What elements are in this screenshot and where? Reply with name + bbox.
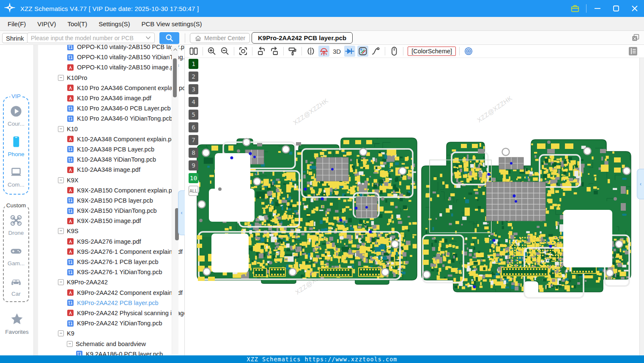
uv-lamp-icon[interactable]	[318, 46, 329, 57]
menu-tool-t[interactable]: Tool(T)	[68, 20, 88, 28]
tree-item-label: K9X-2AB150 Component explain.pdf	[77, 187, 177, 194]
zoom-out-icon[interactable]	[219, 46, 230, 57]
collapse-icon[interactable]: −	[58, 126, 64, 132]
layer-button-2[interactable]: 2	[189, 72, 198, 82]
chevron-down-icon[interactable]	[145, 36, 151, 40]
pcb-board-view[interactable]: XZZ@XZZHKXZZ@XZZHKXZZ@XZZHKXZZ@XZZHK	[185, 58, 639, 355]
3d-view-button[interactable]: 3D	[332, 48, 342, 55]
scroll-up-icon[interactable]	[173, 48, 178, 51]
search-icon	[165, 33, 174, 43]
tree-scrollbar-thumb[interactable]	[173, 58, 177, 97]
mouse-settings-icon[interactable]	[389, 46, 400, 57]
close-button[interactable]	[625, 0, 644, 17]
layer-button-5[interactable]: 5	[189, 110, 198, 120]
tree-file-k9x-2ab150-image-pdf[interactable]: K9X-2AB150 image.pdf	[38, 216, 184, 226]
layer-button-6[interactable]: 6	[189, 122, 198, 132]
collapse-icon[interactable]: −	[58, 177, 64, 183]
tree-file-oppo-k10-vitality-2ab150-yidiantong-pcb[interactable]: OPPO-K10 vitality-2AB150 YiDianTong.pcb	[38, 52, 184, 62]
tree-folder-k9[interactable]: −K9	[38, 328, 184, 338]
rotate-right-icon[interactable]	[269, 46, 280, 57]
collapse-icon[interactable]: −	[58, 330, 64, 336]
collapse-icon[interactable]: −	[58, 228, 64, 234]
color-scheme-button[interactable]: [ColorScheme]	[408, 47, 456, 56]
sidebar-item-com[interactable]: Com...	[4, 166, 28, 188]
tree-file-k9pro-2aa242-yidiantong-pcb[interactable]: K9Pro-2AA242 YiDianTong.pcb	[38, 318, 184, 328]
layer-button-10[interactable]: 10	[189, 173, 198, 183]
tree-file-k10-pro-2aa346-0-pcb-layer-pcb[interactable]: K10 Pro 2AA346-0 PCB Layer.pcb	[38, 103, 184, 113]
tree-file-oppo-k10-vitality-2ab150-pcb-layer-pcb[interactable]: OPPO-K10 vitality-2AB150 PCB layer.pcb	[38, 45, 184, 52]
sidebar-item-cour[interactable]: Cour...	[4, 105, 28, 127]
sidebar-item-car[interactable]: Car	[4, 275, 28, 297]
menu-vip-v[interactable]: VIP(V)	[37, 20, 56, 28]
member-center-button[interactable]: Member Center	[190, 33, 250, 43]
split-view-icon[interactable]	[188, 46, 199, 57]
pcb-canvas[interactable]: XZZ@XZZHKXZZ@XZZHKXZZ@XZZHKXZZ@XZZHK 123…	[185, 58, 639, 355]
tree-file-k9s-2aa276-image-pdf[interactable]: K9S-2AA276 image.pdf	[38, 236, 184, 247]
tree-folder-k10[interactable]: −K10	[38, 124, 184, 134]
layer-button-7[interactable]: 7	[189, 135, 198, 145]
sidebar-item-favorites[interactable]: Favorites	[0, 312, 34, 335]
layer-button-4[interactable]: 4	[189, 97, 198, 107]
tree-collapse-handle[interactable]: ‹	[178, 190, 185, 235]
layer-panel-toggle-icon[interactable]	[628, 46, 638, 56]
tree-folder-k9s[interactable]: −K9S	[38, 226, 184, 236]
model-search-input[interactable]: Please input the model number or PCB	[27, 33, 155, 43]
tree-file-oppo-k10-vitality-2ab150-image-pdf[interactable]: OPPO-K10 vitality-2AB150 image.pdf	[38, 62, 184, 72]
menu-file-f[interactable]: File(F)	[8, 20, 26, 28]
layer-button-all[interactable]: ALL	[189, 186, 198, 196]
collapse-icon[interactable]: −	[67, 341, 73, 347]
layer-button-3[interactable]: 3	[189, 84, 198, 94]
layer-button-8[interactable]: 8	[189, 148, 198, 158]
search-button[interactable]	[159, 32, 179, 44]
menu-settings-s[interactable]: Settings(S)	[99, 20, 130, 28]
collapse-icon[interactable]: −	[58, 279, 64, 285]
layer-button-1[interactable]: 1	[189, 59, 198, 69]
maximize-button[interactable]	[607, 0, 625, 17]
tree-file-k10-2aa348-yidiantong-pcb[interactable]: K10-2AA348 YiDianTong.pcb	[38, 154, 184, 165]
diode-icon[interactable]	[344, 46, 355, 57]
tree-file-k9s-2aa276-1-yidiantong-pcb[interactable]: K9S-2AA276-1 YiDianTong.pcb	[38, 267, 184, 277]
pdf-file-icon	[67, 238, 74, 245]
tree-file-k9-2aa186-0-pcb-layer-pcb[interactable]: K9 2AA186-0 PCB layer.pcb	[38, 349, 184, 355]
right-panel-handle[interactable]: ‹	[637, 169, 644, 199]
layer-button-9[interactable]: 9	[189, 160, 198, 170]
tree-file-k9pro-2aa242-pcb-layer-pcb[interactable]: K9Pro-2AA242 PCB layer.pcb	[38, 298, 184, 308]
tree-file-k10-pro-2aa346-0-yidiantong-pcb[interactable]: K10 Pro 2AA346-0 YiDianTong.pcb	[38, 113, 184, 124]
shrink-button[interactable]: Shrink	[2, 33, 28, 43]
tree-item-label: K9X-2AB150 image.pdf	[77, 217, 141, 224]
rotate-left-icon[interactable]	[256, 46, 267, 57]
tree-file-k10-2aa348-image-pdf[interactable]: K10-2AA348 image.pdf	[38, 165, 184, 175]
close-all-tabs-icon[interactable]	[631, 33, 640, 42]
collapse-icon[interactable]: −	[58, 75, 64, 81]
sidebar-item-gam[interactable]: Gam...	[4, 245, 28, 267]
tree-file-k9s-2aa276-1-pcb-layer-pcb[interactable]: K9S-2AA276-1 PCB layer.pcb	[38, 257, 184, 267]
fit-screen-icon[interactable]	[238, 46, 249, 57]
document-tab[interactable]: K9Pro-2AA242 PCB layer.pcb	[252, 32, 353, 44]
target-rings-icon[interactable]	[463, 46, 474, 57]
tree-file-k10-pro-2aa346-component-explain-pdf[interactable]: K10 Pro 2AA346 Component explain.pdf	[38, 83, 184, 93]
sidebar-item-phone[interactable]: Phone	[4, 135, 28, 157]
minimize-button[interactable]	[588, 0, 607, 17]
tree-file-k9pro-2aa242-physical-scanning-image-pdf[interactable]: K9Pro-2AA242 Physical scanning image.pdf	[38, 308, 184, 318]
tree-file-k9x-2ab150-component-explain-pdf[interactable]: K9X-2AB150 Component explain.pdf	[38, 185, 184, 195]
tree-file-k9x-2ab150-yidiantong-pcb[interactable]: K9X-2AB150 YiDianTong.pcb	[38, 206, 184, 216]
tree-folder-k9pro-2aa242[interactable]: −K9Pro-2AA242	[38, 277, 184, 287]
tree-file-k9pro-2aa242-component-explain-pdf[interactable]: K9Pro-2AA242 Component explain.pdf	[38, 288, 184, 298]
tree-file-k9s-2aa276-1-component-explain-pdf[interactable]: K9S-2AA276-1 Component explain.pdf	[38, 247, 184, 257]
vip-briefcase-icon[interactable]	[566, 0, 584, 17]
mirror-flip-icon[interactable]	[305, 46, 316, 57]
paint-roller-icon[interactable]	[287, 46, 298, 57]
tree-file-k9x-2ab150-pcb-layer-pcb[interactable]: K9X-2AB150 PCB layer.pcb	[38, 195, 184, 206]
tree-folder-k10pro[interactable]: −K10Pro	[38, 73, 184, 83]
tree-folder-schematic-and-boardview[interactable]: −Schematic and boardview	[38, 338, 184, 349]
menu-pcb-view-settings-s[interactable]: PCB View settings(S)	[141, 20, 202, 28]
tree-file-k10-2aa348-component-explain-pdf[interactable]: K10-2AA348 Component explain.pdf	[38, 134, 184, 144]
tree-file-k10-pro-2aa346-image-pdf[interactable]: K10 Pro 2AA346 image.pdf	[38, 93, 184, 103]
curve-wire-icon[interactable]	[370, 46, 381, 57]
zoom-in-icon[interactable]	[206, 46, 217, 57]
measure-probe-icon[interactable]	[357, 46, 368, 57]
sidebar-item-drone[interactable]: Drone	[4, 214, 28, 236]
toolbar-separator	[385, 47, 385, 55]
tree-file-k10-2aa348-pcb-layer-pcb[interactable]: K10-2AA348 PCB Layer.pcb	[38, 144, 184, 154]
tree-folder-k9x[interactable]: −K9X	[38, 175, 184, 185]
